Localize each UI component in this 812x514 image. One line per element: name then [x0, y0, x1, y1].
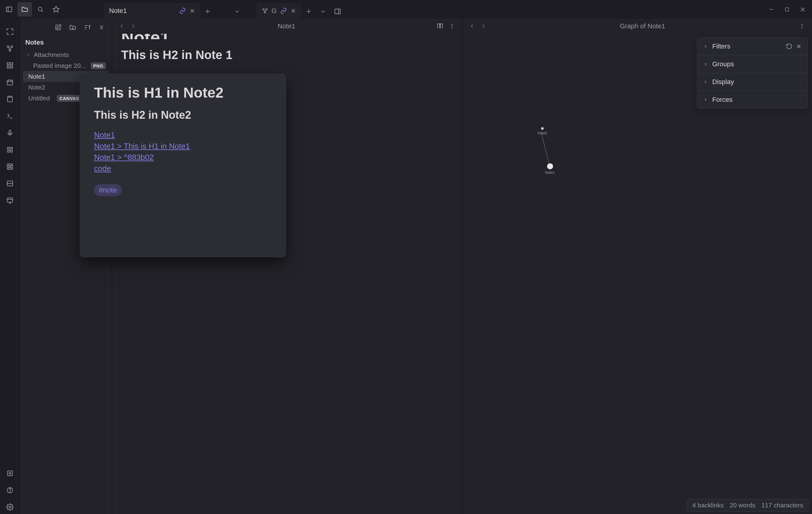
svg-point-68: [802, 26, 802, 27]
tab-label: G: [271, 7, 277, 15]
tab-strip: Note1 G: [104, 0, 762, 19]
note-h1-cut: Note1: [121, 34, 453, 39]
char-count[interactable]: 117 characters: [761, 502, 803, 509]
graph-node-note1[interactable]: Note1: [545, 163, 555, 175]
workspace-icon[interactable]: [3, 177, 17, 190]
sidebar-left-toggle[interactable]: [2, 2, 16, 17]
tab-graph[interactable]: G: [257, 3, 301, 19]
forward-button[interactable]: [479, 23, 488, 30]
popover-link[interactable]: Note1 > This is H1 in Note1: [94, 142, 272, 151]
chevron-right-icon: [703, 80, 708, 84]
popover-h1: This is H1 in Note2: [94, 84, 272, 101]
files-tab[interactable]: [18, 2, 32, 17]
folder-attachments[interactable]: Attachments: [23, 50, 109, 60]
close-icon[interactable]: [190, 8, 195, 13]
sort-button[interactable]: [81, 21, 93, 33]
graph-node-note2[interactable]: Note2: [538, 127, 547, 135]
vault-name: Notes: [20, 36, 112, 50]
svg-point-42: [8, 165, 9, 166]
note-body[interactable]: Note1 This is H2 in Note 1: [112, 34, 462, 62]
help-icon[interactable]: [3, 483, 17, 497]
svg-point-45: [10, 168, 11, 169]
tab-dropdown[interactable]: [230, 4, 244, 19]
pane-title[interactable]: Note1: [141, 22, 433, 30]
collapse-button[interactable]: [95, 21, 108, 33]
more-icon[interactable]: [798, 23, 807, 29]
command-palette-icon[interactable]: [3, 109, 17, 123]
svg-point-64: [452, 24, 453, 25]
daily-note-icon[interactable]: [3, 75, 17, 89]
popover-link[interactable]: code: [94, 164, 272, 173]
svg-rect-49: [7, 198, 13, 202]
svg-rect-53: [7, 471, 12, 476]
svg-point-56: [10, 492, 10, 492]
graph-options-panel: Filters Groups Display Forces: [697, 37, 808, 109]
svg-point-65: [452, 26, 453, 27]
svg-point-43: [10, 165, 11, 166]
minimize-button[interactable]: [764, 3, 779, 16]
graph-option-display[interactable]: Display: [697, 73, 808, 91]
reading-view-icon[interactable]: [436, 23, 444, 30]
canvas-icon[interactable]: [3, 58, 17, 72]
svg-rect-39: [7, 150, 9, 152]
svg-point-69: [802, 27, 802, 28]
sidebar-right-toggle[interactable]: [330, 4, 345, 19]
popover-link[interactable]: Note1: [94, 130, 272, 140]
link-icon: [280, 7, 287, 14]
folder-label: Attachments: [34, 51, 69, 58]
popover-tag[interactable]: #note: [94, 184, 122, 196]
templates-icon[interactable]: [3, 92, 17, 106]
random-note-icon[interactable]: [3, 160, 17, 174]
svg-rect-16: [335, 9, 340, 14]
svg-rect-35: [9, 130, 11, 134]
graph-option-filters[interactable]: Filters: [697, 38, 808, 55]
bookmarks-tab[interactable]: [49, 2, 63, 17]
ribbon: [0, 19, 20, 514]
graph-option-forces[interactable]: Forces: [697, 91, 808, 109]
new-tab-button-2[interactable]: [301, 4, 316, 19]
reset-icon[interactable]: [786, 43, 792, 50]
option-label: Forces: [712, 96, 732, 104]
close-window-button[interactable]: [795, 3, 810, 16]
option-label: Display: [712, 78, 734, 86]
option-label: Groups: [712, 60, 734, 68]
close-icon[interactable]: [291, 8, 296, 13]
graph-pane: Graph of Note1 Filters Groups Display: [462, 19, 812, 514]
forward-button[interactable]: [129, 23, 138, 30]
back-button[interactable]: [118, 23, 126, 30]
search-tab[interactable]: [33, 2, 48, 17]
vault-icon[interactable]: [3, 466, 17, 480]
file-label: Pasted image 20…: [33, 62, 88, 69]
settings-icon[interactable]: [3, 500, 17, 514]
maximize-button[interactable]: [779, 3, 794, 16]
status-bar: 4 backlinks 20 words 117 characters: [687, 499, 809, 512]
word-count[interactable]: 20 words: [730, 502, 755, 509]
window-controls: [764, 3, 810, 16]
publish-icon[interactable]: [3, 193, 17, 207]
back-button[interactable]: [468, 23, 476, 30]
chevron-right-icon: [703, 97, 708, 102]
graph-option-groups[interactable]: Groups: [697, 55, 808, 73]
quick-switcher-icon[interactable]: [3, 25, 17, 38]
svg-rect-37: [7, 147, 9, 149]
backlinks-count[interactable]: 4 backlinks: [692, 502, 724, 509]
more-icon[interactable]: [447, 23, 457, 29]
file-label: Note1: [28, 73, 45, 80]
note-h2: This is H2 in Note 1: [121, 48, 453, 62]
file-attachment[interactable]: Pasted image 20… PNG: [23, 60, 109, 71]
popover-link[interactable]: Note1 > ^883b02: [94, 153, 272, 162]
svg-rect-38: [10, 147, 12, 149]
chevron-right-icon: [703, 62, 708, 67]
tab-dropdown-2[interactable]: [316, 4, 330, 19]
new-folder-button[interactable]: [67, 21, 79, 33]
graph-icon: [262, 8, 268, 14]
close-icon[interactable]: [796, 44, 802, 49]
graph-view-icon[interactable]: [3, 41, 17, 55]
tab-note1[interactable]: Note1: [104, 3, 200, 19]
new-note-button[interactable]: [52, 21, 64, 33]
slash-commands-icon[interactable]: [3, 143, 17, 157]
svg-point-44: [8, 168, 9, 169]
audio-recorder-icon[interactable]: [3, 126, 17, 140]
popover-h2: This is H2 in Note2: [94, 109, 272, 121]
new-tab-button[interactable]: [200, 4, 215, 19]
